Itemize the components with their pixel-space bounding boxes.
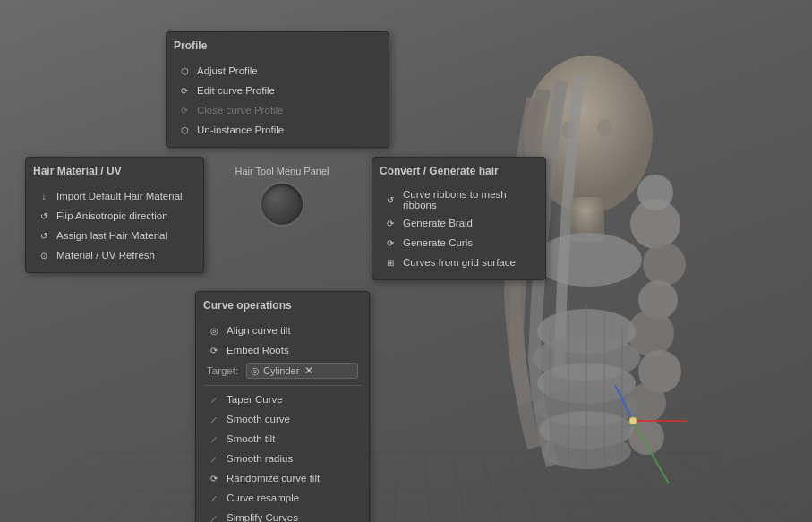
close-curve-label: Close curve Profile bbox=[197, 105, 284, 116]
taper-curve-item[interactable]: ⟋ Taper Curve bbox=[203, 389, 362, 409]
curve-resample-item[interactable]: ⟋ Curve resample bbox=[203, 488, 362, 508]
braid-icon: ⟳ bbox=[383, 216, 397, 230]
smooth-tilt-item[interactable]: ⟋ Smooth tilt bbox=[203, 429, 362, 449]
close-curve-icon: ⟳ bbox=[177, 103, 192, 117]
embed-roots-item[interactable]: ⟳ Embed Roots bbox=[203, 340, 362, 360]
svg-point-4 bbox=[643, 243, 686, 286]
target-label: Target: bbox=[207, 365, 243, 376]
profile-panel: Profile ⬡ Adjust Profile ⟳ Edit curve Pr… bbox=[166, 31, 389, 148]
smooth-curve-label: Smooth curve bbox=[227, 414, 290, 424]
generate-curls-label: Generate Curls bbox=[403, 237, 473, 248]
un-instance-profile-item[interactable]: ⬡ Un-instance Profile bbox=[174, 120, 381, 140]
material-uv-label: Material / UV Refresh bbox=[56, 250, 155, 261]
convert-panel: Convert / Generate hair ↺ Curve ribbons … bbox=[372, 157, 546, 280]
target-clear-button[interactable]: ✕ bbox=[303, 364, 315, 377]
edit-curve-profile-item[interactable]: ⟳ Edit curve Profile bbox=[174, 81, 381, 100]
taper-icon: ⟋ bbox=[207, 392, 221, 406]
simplify-curves-item[interactable]: ⟋ Simplify Curves bbox=[203, 508, 362, 522]
assign-icon: ↺ bbox=[37, 228, 51, 243]
smooth-tilt-label: Smooth tilt bbox=[227, 433, 275, 444]
assign-last-material-item[interactable]: ↺ Assign last Hair Material bbox=[33, 226, 196, 245]
generate-curls-item[interactable]: ⟳ Generate Curls bbox=[380, 233, 538, 252]
curve-ops-panel: Curve operations ◎ Align curve tilt ⟳ Em… bbox=[195, 291, 370, 522]
target-text: Cylinder bbox=[263, 365, 299, 376]
close-curve-profile-item: ⟳ Close curve Profile bbox=[174, 100, 381, 120]
svg-point-27 bbox=[629, 417, 637, 424]
resample-icon: ⟋ bbox=[207, 491, 221, 505]
flip-anisotropic-item[interactable]: ↺ Flip Anisotropic direction bbox=[33, 206, 196, 226]
edit-curve-label: Edit curve Profile bbox=[197, 85, 275, 96]
curve-ribbons-label: Curve ribbons to mesh ribbons bbox=[403, 189, 534, 210]
curve-ops-title: Curve operations bbox=[203, 299, 362, 315]
curves-grid-item[interactable]: ⊞ Curves from grid surface bbox=[380, 252, 538, 272]
randomize-tilt-item[interactable]: ⟳ Randomize curve tilt bbox=[203, 468, 362, 488]
randomize-icon: ⟳ bbox=[207, 471, 221, 485]
smooth-tilt-icon: ⟋ bbox=[207, 432, 221, 446]
adjust-profile-icon: ⬡ bbox=[177, 64, 192, 78]
smooth-radius-item[interactable]: ⟋ Smooth radius bbox=[203, 449, 362, 468]
adjust-profile-label: Adjust Profile bbox=[197, 65, 258, 76]
refresh-icon: ⊙ bbox=[37, 248, 51, 262]
convert-panel-title: Convert / Generate hair bbox=[380, 165, 538, 181]
simplify-icon: ⟋ bbox=[207, 510, 221, 522]
profile-panel-title: Profile bbox=[174, 39, 381, 56]
smooth-curve-item[interactable]: ⟋ Smooth curve bbox=[203, 409, 362, 429]
align-curve-tilt-item[interactable]: ◎ Align curve tilt bbox=[203, 321, 362, 340]
curve-ribbons-icon: ↺ bbox=[383, 193, 397, 207]
un-instance-icon: ⬡ bbox=[177, 123, 192, 137]
target-row: Target: ◎ Cylinder ✕ bbox=[203, 360, 362, 381]
align-curve-tilt-label: Align curve tilt bbox=[227, 325, 291, 336]
hair-material-panel: Hair Material / UV ↓ Import Default Hair… bbox=[25, 157, 204, 273]
hair-tool-label: Hair Tool Menu Panel bbox=[235, 166, 329, 176]
material-uv-refresh-item[interactable]: ⊙ Material / UV Refresh bbox=[33, 245, 196, 265]
smooth-radius-icon: ⟋ bbox=[207, 451, 221, 466]
generate-braid-item[interactable]: ⟳ Generate Braid bbox=[380, 213, 538, 233]
divider bbox=[203, 385, 362, 386]
un-instance-label: Un-instance Profile bbox=[197, 124, 284, 135]
smooth-radius-label: Smooth radius bbox=[227, 453, 293, 464]
edit-curve-icon: ⟳ bbox=[177, 83, 192, 98]
adjust-profile-item[interactable]: ⬡ Adjust Profile bbox=[174, 61, 381, 81]
hair-tool-circle[interactable] bbox=[260, 182, 304, 227]
svg-point-2 bbox=[597, 119, 611, 137]
simplify-curves-label: Simplify Curves bbox=[227, 512, 298, 522]
flip-icon: ↺ bbox=[37, 209, 51, 223]
curve-resample-label: Curve resample bbox=[227, 492, 299, 503]
assign-last-label: Assign last Hair Material bbox=[56, 230, 167, 241]
target-icon: ◎ bbox=[251, 365, 260, 377]
align-tilt-icon: ◎ bbox=[207, 323, 221, 338]
generate-braid-label: Generate Braid bbox=[403, 218, 473, 228]
import-default-label: Import Default Hair Material bbox=[56, 191, 183, 201]
grid-icon: ⊞ bbox=[383, 255, 397, 270]
smooth-curve-icon: ⟋ bbox=[207, 412, 221, 426]
curls-icon: ⟳ bbox=[383, 235, 397, 250]
embed-roots-label: Embed Roots bbox=[227, 345, 289, 355]
embed-roots-icon: ⟳ bbox=[207, 343, 221, 357]
svg-point-12 bbox=[534, 233, 642, 287]
randomize-tilt-label: Randomize curve tilt bbox=[227, 473, 320, 483]
hair-tool-panel: Hair Tool Menu Panel bbox=[228, 166, 336, 227]
svg-point-9 bbox=[637, 175, 673, 210]
import-default-hair-item[interactable]: ↓ Import Default Hair Material bbox=[33, 186, 196, 206]
import-icon: ↓ bbox=[37, 189, 51, 203]
curves-grid-label: Curves from grid surface bbox=[403, 257, 516, 268]
flip-anisotropic-label: Flip Anisotropic direction bbox=[56, 210, 168, 221]
hair-material-title: Hair Material / UV bbox=[33, 165, 196, 181]
taper-curve-label: Taper Curve bbox=[227, 394, 283, 405]
curve-ribbons-item[interactable]: ↺ Curve ribbons to mesh ribbons bbox=[380, 186, 538, 213]
target-value[interactable]: ◎ Cylinder ✕ bbox=[246, 363, 358, 379]
